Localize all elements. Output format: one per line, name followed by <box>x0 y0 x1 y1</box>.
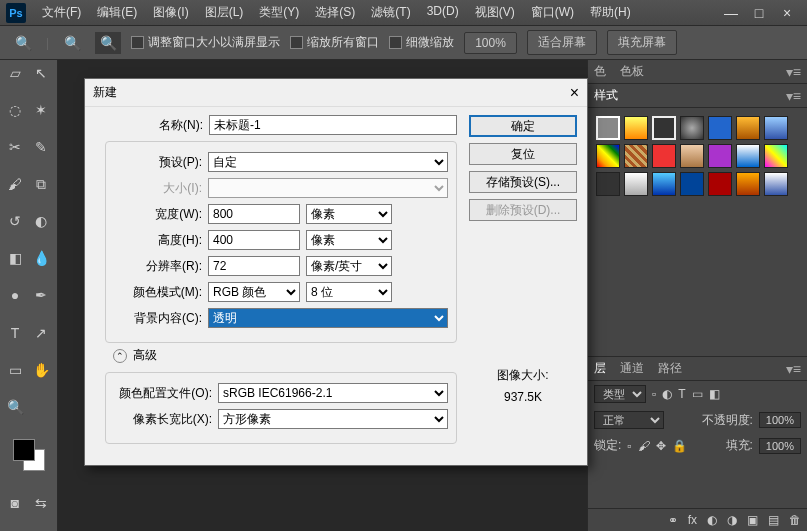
minimize-button[interactable]: — <box>723 5 739 21</box>
eraser-tool[interactable]: ◧ <box>2 247 28 269</box>
path-tool[interactable]: ↗ <box>28 322 54 344</box>
menu-filter[interactable]: 滤镜(T) <box>363 4 418 21</box>
style-tile[interactable] <box>764 144 788 168</box>
style-tile[interactable] <box>708 144 732 168</box>
menu-image[interactable]: 图像(I) <box>145 4 196 21</box>
style-tile[interactable] <box>764 172 788 196</box>
style-tile[interactable] <box>680 172 704 196</box>
lock-pos-icon[interactable]: ✥ <box>656 439 666 453</box>
menu-view[interactable]: 视图(V) <box>467 4 523 21</box>
background-select[interactable]: 透明 <box>208 308 448 328</box>
blur-tool[interactable]: 💧 <box>28 247 54 269</box>
menu-select[interactable]: 选择(S) <box>307 4 363 21</box>
new-layer-icon[interactable]: ▤ <box>768 513 779 527</box>
style-tile[interactable] <box>736 172 760 196</box>
dialog-close-button[interactable]: × <box>570 84 579 102</box>
resize-window-checkbox[interactable]: 调整窗口大小以满屏显示 <box>131 34 280 51</box>
swatches-tab[interactable]: 色板 <box>620 63 644 80</box>
dialog-titlebar[interactable]: 新建 × <box>85 79 587 107</box>
filter-adjust-icon[interactable]: ◐ <box>662 387 672 401</box>
lock-pixel-icon[interactable]: 🖌 <box>638 439 650 453</box>
style-tile[interactable] <box>736 144 760 168</box>
eyedropper-tool[interactable]: ✎ <box>28 136 54 158</box>
width-input[interactable] <box>208 204 300 224</box>
menu-help[interactable]: 帮助(H) <box>582 4 639 21</box>
styles-tab[interactable]: 样式 <box>594 87 618 104</box>
style-tile[interactable] <box>596 144 620 168</box>
color-profile-select[interactable]: sRGB IEC61966-2.1 <box>218 383 448 403</box>
color-swatch[interactable] <box>13 439 45 471</box>
zoom-tool-indicator[interactable]: 🔍 <box>10 32 36 54</box>
maximize-button[interactable]: □ <box>751 5 767 21</box>
hand-tool[interactable]: ✋ <box>28 359 54 381</box>
opacity-value[interactable]: 100% <box>759 412 801 428</box>
style-tile[interactable] <box>652 144 676 168</box>
style-tile[interactable] <box>680 144 704 168</box>
height-input[interactable] <box>208 230 300 250</box>
resolution-unit-select[interactable]: 像素/英寸 <box>306 256 392 276</box>
delete-layer-icon[interactable]: 🗑 <box>789 513 801 527</box>
style-tile[interactable] <box>736 116 760 140</box>
style-tile[interactable] <box>652 116 676 140</box>
scrubby-zoom-checkbox[interactable]: 细微缩放 <box>389 34 454 51</box>
zoom-all-checkbox[interactable]: 缩放所有窗口 <box>290 34 379 51</box>
blend-mode-select[interactable]: 正常 <box>594 411 664 429</box>
zoom-percent-button[interactable]: 100% <box>464 32 517 54</box>
fill-screen-button[interactable]: 填充屏幕 <box>607 30 677 55</box>
screenmode-toggle[interactable]: ⇆ <box>28 492 54 514</box>
advanced-toggle[interactable]: ⌃ 高级 <box>113 347 457 364</box>
color-mode-select[interactable]: RGB 颜色 <box>208 282 300 302</box>
selection-tool[interactable]: ↖ <box>28 62 54 84</box>
ok-button[interactable]: 确定 <box>469 115 577 137</box>
filter-pixel-icon[interactable]: ▫ <box>652 387 656 401</box>
menu-layer[interactable]: 图层(L) <box>197 4 252 21</box>
panel-menu-icon[interactable]: ▾≡ <box>786 88 801 104</box>
gradient-tool[interactable]: ◐ <box>28 210 54 232</box>
zoom-out-icon[interactable]: 🔍 <box>95 32 121 54</box>
bit-depth-select[interactable]: 8 位 <box>306 282 392 302</box>
style-tile[interactable] <box>652 172 676 196</box>
shape-tool[interactable]: ▭ <box>2 359 28 381</box>
fill-value[interactable]: 100% <box>759 438 801 454</box>
quickmask-toggle[interactable]: ◙ <box>2 492 28 514</box>
style-tile[interactable] <box>708 172 732 196</box>
panel-menu-icon[interactable]: ▾≡ <box>786 361 801 377</box>
menu-edit[interactable]: 编辑(E) <box>89 4 145 21</box>
crop-tool[interactable]: ✂ <box>2 136 28 158</box>
color-tab[interactable]: 色 <box>594 63 606 80</box>
menu-file[interactable]: 文件(F) <box>34 4 89 21</box>
style-tile[interactable] <box>624 116 648 140</box>
layer-filter-select[interactable]: 类型 <box>594 385 646 403</box>
style-tile[interactable] <box>624 144 648 168</box>
zoom-tool[interactable]: 🔍 <box>2 396 28 418</box>
zoom-in-icon[interactable]: 🔍 <box>59 32 85 54</box>
style-tile[interactable] <box>624 172 648 196</box>
panel-menu-icon[interactable]: ▾≡ <box>786 64 801 80</box>
layer-mask-icon[interactable]: ◐ <box>707 513 717 527</box>
lasso-tool[interactable]: ◌ <box>2 99 28 121</box>
link-layers-icon[interactable]: ⚭ <box>668 513 678 527</box>
filter-type-icon[interactable]: T <box>678 387 685 401</box>
style-tile[interactable] <box>764 116 788 140</box>
brush-tool[interactable]: 🖌 <box>2 173 28 195</box>
height-unit-select[interactable]: 像素 <box>306 230 392 250</box>
clone-tool[interactable]: ⧉ <box>28 173 54 195</box>
name-input[interactable] <box>209 115 457 135</box>
style-none[interactable] <box>596 116 620 140</box>
history-brush-tool[interactable]: ↺ <box>2 210 28 232</box>
filter-smart-icon[interactable]: ◧ <box>709 387 720 401</box>
dodge-tool[interactable]: ● <box>2 284 28 306</box>
lock-trans-icon[interactable]: ▫ <box>627 439 631 453</box>
preset-select[interactable]: 自定 <box>208 152 448 172</box>
group-icon[interactable]: ▣ <box>747 513 758 527</box>
menu-type[interactable]: 类型(Y) <box>251 4 307 21</box>
style-tile[interactable] <box>680 116 704 140</box>
type-tool[interactable]: T <box>2 322 28 344</box>
channels-tab[interactable]: 通道 <box>620 360 644 377</box>
magic-wand-tool[interactable]: ✶ <box>28 99 54 121</box>
style-tile[interactable] <box>708 116 732 140</box>
save-preset-button[interactable]: 存储预设(S)... <box>469 171 577 193</box>
close-button[interactable]: × <box>779 5 795 21</box>
resolution-input[interactable] <box>208 256 300 276</box>
pixel-aspect-select[interactable]: 方形像素 <box>218 409 448 429</box>
